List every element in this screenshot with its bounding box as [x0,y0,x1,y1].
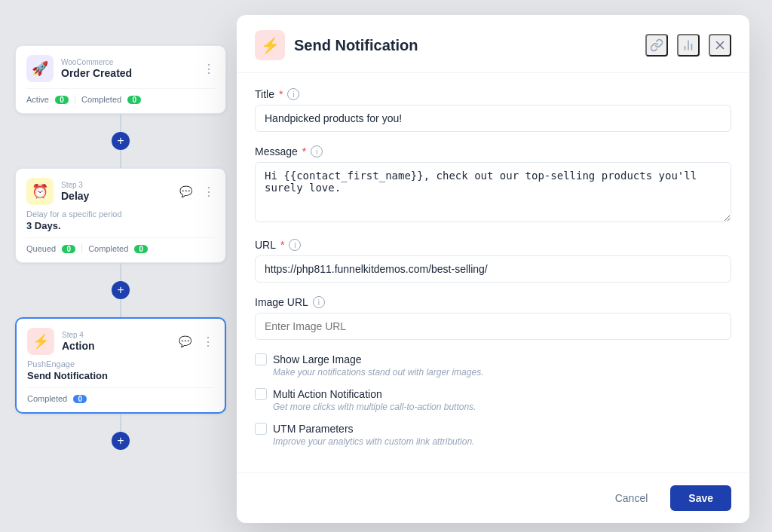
save-button[interactable]: Save [670,485,731,511]
show-large-image-checkbox[interactable] [255,353,267,365]
multi-action-checkbox-group: Multi Action Notification Get more click… [255,388,731,412]
utm-checkbox[interactable] [255,423,267,435]
message-textarea[interactable]: Hi {{contact_first_name}}, check out our… [255,162,731,222]
title-required-star: * [279,88,283,100]
node-delay-status-queued: Queued [26,244,56,253]
show-large-image-checkbox-group: Show Large Image Make your notifications… [255,353,731,378]
node-action-title: Action [62,340,171,352]
add-step-1-button[interactable]: + [112,132,130,150]
add-step-3-button[interactable]: + [112,432,130,450]
node-delay-completed-count: 0 [134,245,148,253]
node-delay[interactable]: ⏰ Step 3 Delay 💬 ⋮ Delay for a specific … [15,168,226,263]
modal-header-actions [645,34,731,57]
node-order-created[interactable]: 🚀 WooCommerce Order Created ⋮ Active 0 C… [15,45,226,114]
multi-action-desc: Get more clicks with multiple call-to-ac… [273,402,731,412]
node-delay-menu[interactable]: ⋮ [203,185,215,199]
node-action[interactable]: ⚡ Step 4 Action 💬 ⋮ PushEngage Send Noti… [15,317,226,414]
modal-footer: Cancel Save [237,472,749,523]
utm-desc: Improve your analytics with custom link … [273,436,731,447]
utm-label[interactable]: UTM Parameters [273,423,354,435]
modal-analytics-button[interactable] [677,34,700,57]
modal-close-button[interactable] [709,34,731,57]
node-action-status-completed: Completed [27,394,67,403]
workflow-area: 🚀 WooCommerce Order Created ⋮ Active 0 C… [15,45,226,450]
modal-header-icon: ⚡ [255,30,285,60]
node-action-comment-icon[interactable]: 💬 [179,335,191,347]
node-action-completed-count: 0 [73,395,87,403]
show-large-image-desc: Make your notifications stand out with l… [273,367,731,378]
node-action-menu[interactable]: ⋮ [202,335,214,349]
show-large-image-label[interactable]: Show Large Image [273,353,362,365]
node-order-created-active-count: 0 [55,96,69,104]
url-field-label: URL * i [255,239,731,251]
multi-action-checkbox[interactable] [255,388,267,400]
message-field-label: Message * i [255,145,731,157]
modal-body: Title * i Message * i Hi {{contact_first… [237,73,749,472]
message-info-icon[interactable]: i [311,145,323,157]
title-info-icon[interactable]: i [287,88,299,100]
cancel-button[interactable]: Cancel [600,485,663,511]
url-field-group: URL * i [255,239,731,283]
node-delay-comment-icon[interactable]: 💬 [179,185,192,197]
node-delay-desc: Delay for a specific period [26,209,215,219]
node-delay-queued-count: 0 [62,245,75,253]
image-url-field-group: Image URL i [255,296,731,340]
node-delay-desc-bold: 3 Days. [26,220,215,231]
multi-action-label[interactable]: Multi Action Notification [273,388,382,400]
image-url-field-label: Image URL i [255,296,731,308]
node-order-created-menu[interactable]: ⋮ [203,62,215,76]
connector-3: + [15,414,226,450]
message-required-star: * [302,145,306,157]
send-notification-modal: ⚡ Send Notification [237,15,749,523]
node-action-desc: PushEngage [27,359,214,368]
node-order-created-completed-count: 0 [127,96,141,104]
image-url-info-icon[interactable]: i [313,296,325,308]
message-field-group: Message * i Hi {{contact_first_name}}, c… [255,145,731,225]
node-order-created-subtitle: WooCommerce [61,58,195,66]
node-action-desc-bold: Send Notification [27,370,214,381]
node-delay-subtitle: Step 3 [61,181,172,189]
node-order-created-title: Order Created [61,67,195,79]
add-step-2-button[interactable]: + [112,281,130,299]
utm-checkbox-group: UTM Parameters Improve your analytics wi… [255,423,731,447]
node-delay-status-completed: Completed [88,244,128,253]
connector-2: + [15,263,226,317]
modal-header: ⚡ Send Notification [237,15,749,73]
node-order-created-status-active: Active [26,95,49,104]
node-order-created-status-completed: Completed [81,95,121,104]
title-field-label: Title * i [255,88,731,100]
node-action-subtitle: Step 4 [62,331,171,339]
url-info-icon[interactable]: i [289,239,301,251]
image-url-input[interactable] [255,313,731,340]
modal-title: Send Notification [294,37,636,54]
node-action-icon: ⚡ [27,328,54,355]
title-field-group: Title * i [255,88,731,132]
node-order-created-icon: 🚀 [26,55,54,82]
url-required-star: * [280,239,284,251]
title-input[interactable] [255,105,731,132]
node-delay-title: Delay [61,190,172,202]
modal-link-button[interactable] [645,34,668,57]
connector-1: + [15,114,226,168]
url-input[interactable] [255,255,731,283]
node-delay-icon: ⏰ [26,178,54,205]
